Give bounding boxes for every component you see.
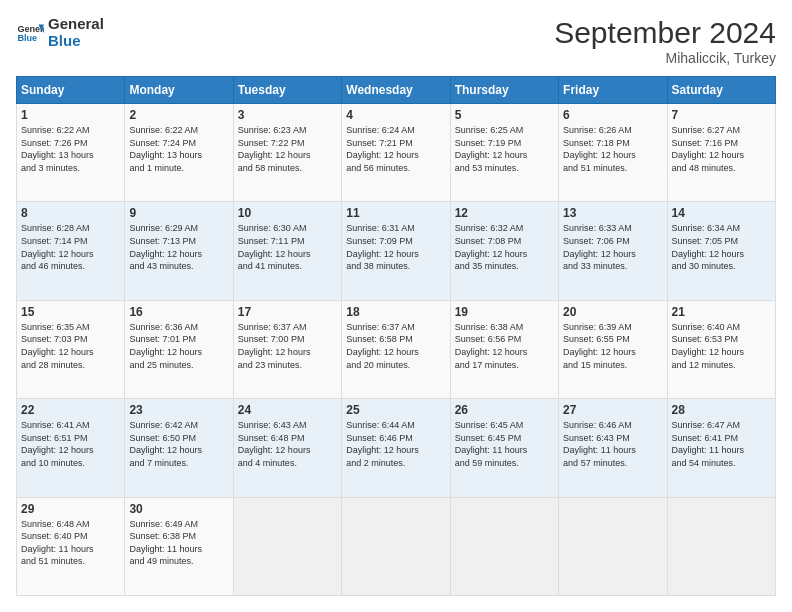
calendar-cell bbox=[667, 497, 775, 595]
day-number: 20 bbox=[563, 305, 662, 319]
cell-line: Sunrise: 6:46 AM bbox=[563, 419, 662, 432]
cell-line: Sunset: 7:05 PM bbox=[672, 235, 771, 248]
day-content: Sunrise: 6:36 AMSunset: 7:01 PMDaylight:… bbox=[129, 321, 228, 371]
day-content: Sunrise: 6:22 AMSunset: 7:24 PMDaylight:… bbox=[129, 124, 228, 174]
cell-line: Sunset: 6:50 PM bbox=[129, 432, 228, 445]
cell-line: and 12 minutes. bbox=[672, 359, 771, 372]
cell-line: Sunrise: 6:34 AM bbox=[672, 222, 771, 235]
calendar-cell bbox=[559, 497, 667, 595]
cell-line: Sunrise: 6:37 AM bbox=[238, 321, 337, 334]
calendar-cell: 18Sunrise: 6:37 AMSunset: 6:58 PMDayligh… bbox=[342, 300, 450, 398]
cell-line: Daylight: 11 hours bbox=[455, 444, 554, 457]
cell-line: and 2 minutes. bbox=[346, 457, 445, 470]
cell-line: and 51 minutes. bbox=[21, 555, 120, 568]
cell-line: Daylight: 11 hours bbox=[672, 444, 771, 457]
day-number: 22 bbox=[21, 403, 120, 417]
cell-line: and 38 minutes. bbox=[346, 260, 445, 273]
cell-line: and 51 minutes. bbox=[563, 162, 662, 175]
cell-line: Sunset: 7:09 PM bbox=[346, 235, 445, 248]
day-content: Sunrise: 6:30 AMSunset: 7:11 PMDaylight:… bbox=[238, 222, 337, 272]
day-number: 4 bbox=[346, 108, 445, 122]
day-content: Sunrise: 6:40 AMSunset: 6:53 PMDaylight:… bbox=[672, 321, 771, 371]
day-number: 25 bbox=[346, 403, 445, 417]
cell-line: and 54 minutes. bbox=[672, 457, 771, 470]
cell-line: Daylight: 12 hours bbox=[455, 248, 554, 261]
day-content: Sunrise: 6:45 AMSunset: 6:45 PMDaylight:… bbox=[455, 419, 554, 469]
calendar-cell: 6Sunrise: 6:26 AMSunset: 7:18 PMDaylight… bbox=[559, 104, 667, 202]
cell-line: Sunset: 7:18 PM bbox=[563, 137, 662, 150]
logo-icon: General Blue bbox=[16, 19, 44, 47]
day-content: Sunrise: 6:47 AMSunset: 6:41 PMDaylight:… bbox=[672, 419, 771, 469]
cell-line: Daylight: 12 hours bbox=[672, 149, 771, 162]
cell-line: Sunrise: 6:27 AM bbox=[672, 124, 771, 137]
day-number: 28 bbox=[672, 403, 771, 417]
day-content: Sunrise: 6:31 AMSunset: 7:09 PMDaylight:… bbox=[346, 222, 445, 272]
col-friday: Friday bbox=[559, 77, 667, 104]
day-number: 5 bbox=[455, 108, 554, 122]
cell-line: Sunset: 7:19 PM bbox=[455, 137, 554, 150]
cell-line: and 57 minutes. bbox=[563, 457, 662, 470]
cell-line: Daylight: 12 hours bbox=[346, 444, 445, 457]
calendar-cell: 27Sunrise: 6:46 AMSunset: 6:43 PMDayligh… bbox=[559, 399, 667, 497]
cell-line: and 1 minute. bbox=[129, 162, 228, 175]
cell-line: Sunset: 6:46 PM bbox=[346, 432, 445, 445]
calendar-cell: 11Sunrise: 6:31 AMSunset: 7:09 PMDayligh… bbox=[342, 202, 450, 300]
cell-line: Daylight: 12 hours bbox=[238, 248, 337, 261]
cell-line: and 41 minutes. bbox=[238, 260, 337, 273]
cell-line: Daylight: 12 hours bbox=[21, 346, 120, 359]
cell-line: Daylight: 12 hours bbox=[346, 346, 445, 359]
col-saturday: Saturday bbox=[667, 77, 775, 104]
cell-line: Sunrise: 6:41 AM bbox=[21, 419, 120, 432]
cell-line: Sunrise: 6:37 AM bbox=[346, 321, 445, 334]
cell-line: Sunrise: 6:45 AM bbox=[455, 419, 554, 432]
day-number: 13 bbox=[563, 206, 662, 220]
calendar-cell: 5Sunrise: 6:25 AMSunset: 7:19 PMDaylight… bbox=[450, 104, 558, 202]
cell-line: Sunset: 7:13 PM bbox=[129, 235, 228, 248]
cell-line: Sunset: 7:00 PM bbox=[238, 333, 337, 346]
day-content: Sunrise: 6:44 AMSunset: 6:46 PMDaylight:… bbox=[346, 419, 445, 469]
day-content: Sunrise: 6:41 AMSunset: 6:51 PMDaylight:… bbox=[21, 419, 120, 469]
cell-line: Daylight: 12 hours bbox=[21, 444, 120, 457]
day-content: Sunrise: 6:49 AMSunset: 6:38 PMDaylight:… bbox=[129, 518, 228, 568]
calendar-cell: 28Sunrise: 6:47 AMSunset: 6:41 PMDayligh… bbox=[667, 399, 775, 497]
cell-line: Sunrise: 6:28 AM bbox=[21, 222, 120, 235]
day-number: 3 bbox=[238, 108, 337, 122]
cell-line: and 3 minutes. bbox=[21, 162, 120, 175]
day-number: 29 bbox=[21, 502, 120, 516]
cell-line: Sunrise: 6:22 AM bbox=[129, 124, 228, 137]
day-number: 12 bbox=[455, 206, 554, 220]
cell-line: Daylight: 12 hours bbox=[455, 149, 554, 162]
cell-line: Daylight: 12 hours bbox=[21, 248, 120, 261]
col-sunday: Sunday bbox=[17, 77, 125, 104]
cell-line: Sunrise: 6:39 AM bbox=[563, 321, 662, 334]
day-content: Sunrise: 6:48 AMSunset: 6:40 PMDaylight:… bbox=[21, 518, 120, 568]
calendar-cell: 26Sunrise: 6:45 AMSunset: 6:45 PMDayligh… bbox=[450, 399, 558, 497]
logo: General Blue General Blue bbox=[16, 16, 104, 49]
cell-line: Sunset: 6:38 PM bbox=[129, 530, 228, 543]
cell-line: Daylight: 12 hours bbox=[346, 248, 445, 261]
location-subtitle: Mihaliccik, Turkey bbox=[554, 50, 776, 66]
day-number: 18 bbox=[346, 305, 445, 319]
cell-line: Daylight: 12 hours bbox=[238, 149, 337, 162]
cell-line: Sunrise: 6:40 AM bbox=[672, 321, 771, 334]
cell-line: Daylight: 12 hours bbox=[672, 248, 771, 261]
cell-line: Daylight: 12 hours bbox=[129, 248, 228, 261]
cell-line: and 15 minutes. bbox=[563, 359, 662, 372]
day-number: 17 bbox=[238, 305, 337, 319]
cell-line: Sunset: 7:24 PM bbox=[129, 137, 228, 150]
cell-line: and 58 minutes. bbox=[238, 162, 337, 175]
cell-line: Sunset: 7:14 PM bbox=[21, 235, 120, 248]
cell-line: Daylight: 12 hours bbox=[238, 346, 337, 359]
day-content: Sunrise: 6:25 AMSunset: 7:19 PMDaylight:… bbox=[455, 124, 554, 174]
day-content: Sunrise: 6:37 AMSunset: 6:58 PMDaylight:… bbox=[346, 321, 445, 371]
day-number: 26 bbox=[455, 403, 554, 417]
cell-line: Sunset: 6:55 PM bbox=[563, 333, 662, 346]
cell-line: Sunrise: 6:32 AM bbox=[455, 222, 554, 235]
cell-line: Sunset: 7:08 PM bbox=[455, 235, 554, 248]
calendar-cell: 22Sunrise: 6:41 AMSunset: 6:51 PMDayligh… bbox=[17, 399, 125, 497]
day-number: 9 bbox=[129, 206, 228, 220]
day-content: Sunrise: 6:37 AMSunset: 7:00 PMDaylight:… bbox=[238, 321, 337, 371]
day-number: 19 bbox=[455, 305, 554, 319]
cell-line: Daylight: 12 hours bbox=[455, 346, 554, 359]
cell-line: and 35 minutes. bbox=[455, 260, 554, 273]
